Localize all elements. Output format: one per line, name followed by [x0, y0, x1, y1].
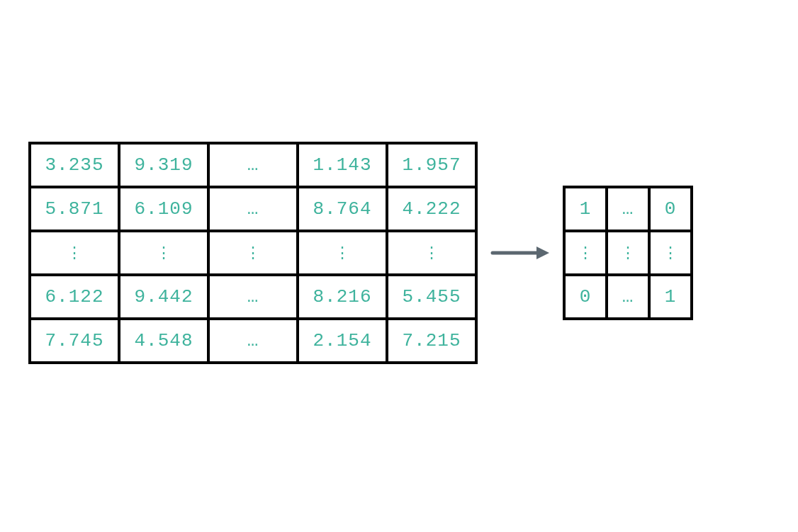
table-row: ⋮ ⋮ ⋮ ⋮ ⋮	[30, 231, 476, 275]
matrix-cell: 7.745	[30, 319, 119, 363]
matrix-cell: …	[607, 275, 649, 319]
matrix-cell: ⋮	[607, 231, 649, 275]
svg-marker-1	[536, 247, 549, 259]
transform-arrow	[478, 242, 563, 264]
matrix-cell: 6.109	[119, 187, 208, 231]
matrix-cell: 4.222	[387, 187, 476, 231]
table-row: 5.871 6.109 … 8.764 4.222	[30, 187, 476, 231]
table-row: 7.745 4.548 … 2.154 7.215	[30, 319, 476, 363]
arrow-right-icon	[488, 242, 552, 264]
matrix-cell: 0	[564, 275, 607, 319]
matrix-cell: ⋮	[298, 231, 387, 275]
matrix-cell: ⋮	[119, 231, 208, 275]
matrix-cell: 8.216	[298, 275, 387, 319]
matrix-cell: 1.957	[387, 143, 476, 187]
matrix-cell: 0	[649, 187, 692, 231]
table-row: ⋮ ⋮ ⋮	[564, 231, 692, 275]
matrix-cell: 1	[649, 275, 692, 319]
matrix-cell: …	[208, 275, 298, 319]
matrix-cell: 3.235	[30, 143, 119, 187]
matrix-cell: 6.122	[30, 275, 119, 319]
table-row: 0 … 1	[564, 275, 692, 319]
matrix-cell: ⋮	[649, 231, 692, 275]
table-row: 3.235 9.319 … 1.143 1.957	[30, 143, 476, 187]
matrix-cell: ⋮	[208, 231, 298, 275]
diagram-canvas: 3.235 9.319 … 1.143 1.957 5.871 6.109 … …	[0, 0, 798, 532]
matrix-cell: …	[208, 319, 298, 363]
matrix-cell: 9.319	[119, 143, 208, 187]
matrix-cell: …	[208, 187, 298, 231]
output-matrix: 1 … 0 ⋮ ⋮ ⋮ 0 … 1	[563, 186, 693, 320]
matrix-cell: 5.455	[387, 275, 476, 319]
matrix-cell: 7.215	[387, 319, 476, 363]
input-matrix: 3.235 9.319 … 1.143 1.957 5.871 6.109 … …	[28, 142, 478, 364]
table-row: 6.122 9.442 … 8.216 5.455	[30, 275, 476, 319]
table-row: 1 … 0	[564, 187, 692, 231]
matrix-cell: 1.143	[298, 143, 387, 187]
matrix-cell: …	[607, 187, 649, 231]
matrix-cell: ⋮	[387, 231, 476, 275]
matrix-cell: 2.154	[298, 319, 387, 363]
matrix-cell: …	[208, 143, 298, 187]
matrix-cell: 9.442	[119, 275, 208, 319]
matrix-cell: 5.871	[30, 187, 119, 231]
matrix-cell: 1	[564, 187, 607, 231]
matrix-cell: 8.764	[298, 187, 387, 231]
matrix-cell: ⋮	[30, 231, 119, 275]
matrix-cell: ⋮	[564, 231, 607, 275]
matrix-cell: 4.548	[119, 319, 208, 363]
